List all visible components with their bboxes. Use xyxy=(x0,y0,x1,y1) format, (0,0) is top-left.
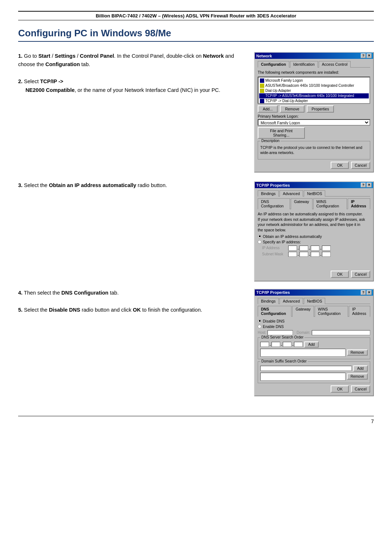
step-5-text: 5. Select the Disable DNS radio button a… xyxy=(18,306,243,314)
domain-suffix-list[interactable] xyxy=(260,373,346,381)
subnet-sep-1: . xyxy=(298,252,299,256)
page-number-row: 7 xyxy=(18,416,374,424)
domain-input[interactable] xyxy=(312,330,370,335)
step3-left: 3. Select the Obtain an IP address autom… xyxy=(18,181,243,198)
list-item-family-logon: Microsoft Family Logon xyxy=(259,78,369,83)
subnet-box-4 xyxy=(322,252,331,257)
primary-logon-select[interactable]: Microsoft Family Logon xyxy=(258,119,370,126)
subnet-sep-3: . xyxy=(320,252,321,256)
dns-box-3[interactable] xyxy=(283,342,291,347)
list-item-label-3: Dial-Up Adapter xyxy=(265,89,291,93)
help-button[interactable]: ? xyxy=(361,53,366,58)
tcpip-ip-dialog-wrapper: TCP/IP Properties ? ✕ Bindings Advanced … xyxy=(254,181,374,287)
ip-box-2 xyxy=(299,246,308,251)
file-sharing-button[interactable]: File and Print Sharing... xyxy=(258,127,305,139)
dns-server-groupbox: DNS Server Search Order . . . Add xyxy=(258,337,370,359)
network-cancel-button[interactable]: Cancel xyxy=(351,162,370,169)
radio-obtain-auto-label: Obtain an IP address automatically xyxy=(263,234,322,239)
tcpip-ip-title-buttons: ? ✕ xyxy=(361,183,372,187)
tab-bindings[interactable]: Bindings xyxy=(258,190,279,197)
ip-sep-3: . xyxy=(320,246,321,250)
tcpip-dns-titlebar: TCP/IP Properties ? ✕ xyxy=(255,289,373,296)
page-number: 7 xyxy=(371,418,374,424)
radio-disable-dns-circle[interactable] xyxy=(258,319,261,323)
radio-specify[interactable]: Specify an IP address: xyxy=(258,240,370,244)
properties-button[interactable]: Properties xyxy=(307,105,334,113)
network-listbox[interactable]: Microsoft Family Logon ASUSTeK/Broadcom … xyxy=(258,77,370,104)
step3-area: 3. Select the Obtain an IP address autom… xyxy=(18,181,374,287)
add-button[interactable]: Add... xyxy=(258,105,278,113)
dns-server-list[interactable] xyxy=(260,349,346,357)
dns-tab-wins[interactable]: WINS Configuration xyxy=(315,306,348,317)
list-item-label-4: TCP/IP -> ASUSTeK/Broadcom 440x 10/100 I… xyxy=(265,94,354,98)
radio-enable-dns[interactable]: Enable DNS xyxy=(258,324,370,329)
dns-box-4[interactable] xyxy=(294,342,303,347)
network-dialog-titlebar: Network ? ✕ xyxy=(255,53,373,59)
step-4-dns: DNS Configuration xyxy=(61,290,109,296)
tcpip-ip-titlebar: TCP/IP Properties ? ✕ xyxy=(255,182,373,188)
dns-tab-netbios[interactable]: NetBIOS xyxy=(304,298,325,304)
list-item-tcpip-asus[interactable]: TCP/IP -> ASUSTeK/Broadcom 440x 10/100 I… xyxy=(259,93,369,98)
radio-specify-circle[interactable] xyxy=(258,240,261,244)
dns-tab-gateway[interactable]: Gateway xyxy=(292,306,314,317)
tcpip-dns-tabs-row1: Bindings Advanced NetBIOS xyxy=(258,298,370,304)
host-label: Host: xyxy=(258,331,266,335)
bottom-rule xyxy=(18,20,374,20)
dns-box-2[interactable] xyxy=(271,342,280,347)
tcpip-dns-help[interactable]: ? xyxy=(361,290,366,295)
tab-wins[interactable]: WINS Configuration xyxy=(313,198,347,209)
header-text: Billion BIPAC-7402 / 7402W – (Wireless) … xyxy=(18,13,374,19)
tab-dns-config[interactable]: DNS Configuration xyxy=(258,198,290,209)
tcpip-dns-content: Bindings Advanced NetBIOS DNS Configurat… xyxy=(255,296,373,396)
domain-suffix-groupbox: Domain Suffix Search Order Add Remove xyxy=(258,361,370,383)
tcpip-ip-help[interactable]: ? xyxy=(361,183,366,187)
radio-obtain-auto[interactable]: Obtain an IP address automatically xyxy=(258,234,370,239)
radio-disable-dns-label: Disable DNS xyxy=(263,319,285,323)
step-2-text: 2. Select TCP/IP -> NE2000 Compatible, o… xyxy=(18,77,243,94)
domain-suffix-input-row: Add xyxy=(260,365,368,372)
tab-ip-address[interactable]: IP Address xyxy=(348,198,370,209)
tcpip-dns-close[interactable]: ✕ xyxy=(367,290,372,295)
tcpip-ip-description: An IP address can be automatically assig… xyxy=(258,211,370,233)
tab-access-control[interactable]: Access Control xyxy=(319,61,351,68)
network-buttons: Add... Remove Properties xyxy=(258,105,370,113)
tcpip-dns-title: TCP/IP Properties xyxy=(256,290,290,295)
dns-tab-ip[interactable]: IP Address xyxy=(349,306,370,317)
domain-suffix-groupbox-title: Domain Suffix Search Order xyxy=(260,359,308,363)
radio-enable-dns-circle[interactable] xyxy=(258,325,261,328)
dns-tab-dns-config[interactable]: DNS Configuration xyxy=(258,306,291,317)
step-4-text: 4. Then select the DNS Configuration tab… xyxy=(18,289,243,297)
steps45-left: 4. Then select the DNS Configuration tab… xyxy=(18,289,243,323)
tab-netbios[interactable]: NetBIOS xyxy=(304,190,325,197)
step-4-number: 4. xyxy=(18,290,23,296)
remove-button[interactable]: Remove xyxy=(280,105,304,113)
radio-disable-dns[interactable]: Disable DNS xyxy=(258,319,370,323)
dns-tab-advanced[interactable]: Advanced xyxy=(279,298,303,304)
tab-configuration[interactable]: Configuration xyxy=(258,61,289,68)
step-1-control-panel: Control Panel xyxy=(80,53,114,59)
dns-remove-button[interactable]: Remove xyxy=(347,349,368,356)
dns-add-button[interactable]: Add xyxy=(304,341,319,348)
network-ok-button[interactable]: OK xyxy=(331,162,349,169)
close-button[interactable]: ✕ xyxy=(367,53,372,58)
tcpip-dns-cancel-button[interactable]: Cancel xyxy=(351,385,370,393)
tcpip-dns-ok-button[interactable]: OK xyxy=(331,385,349,393)
right-column: Network ? ✕ Configuration Identification… xyxy=(254,52,374,178)
tcpip-ip-close[interactable]: ✕ xyxy=(367,183,372,187)
tab-identification[interactable]: Identification xyxy=(290,61,318,68)
domain-add-button[interactable]: Add xyxy=(353,365,368,372)
tcpip-ip-cancel-button[interactable]: Cancel xyxy=(351,271,370,278)
tcpip-ip-ok-button[interactable]: OK xyxy=(331,271,349,278)
domain-remove-button[interactable]: Remove xyxy=(347,373,368,380)
list-item-label-5: TCP/IP -> Dial-Up Adapter xyxy=(265,99,308,103)
subnet-box-3 xyxy=(311,252,319,257)
tab-advanced[interactable]: Advanced xyxy=(279,190,303,197)
domain-suffix-list-row: Remove xyxy=(260,373,368,381)
dns-box-1[interactable] xyxy=(260,342,269,347)
domain-suffix-input[interactable] xyxy=(260,366,352,371)
radio-obtain-auto-circle[interactable] xyxy=(258,235,261,238)
dns-tab-bindings[interactable]: Bindings xyxy=(258,298,279,304)
tab-gateway[interactable]: Gateway xyxy=(291,198,312,209)
step-3-number: 3. xyxy=(18,182,23,188)
host-input[interactable] xyxy=(268,330,293,335)
